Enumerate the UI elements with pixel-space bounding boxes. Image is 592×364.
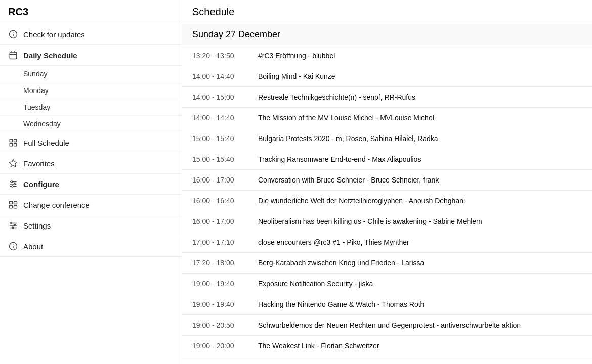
svg-rect-8 [14, 139, 17, 142]
schedule-title: Hacking the Nintendo Game & Watch - Thom… [258, 300, 424, 308]
sidebar-sub-item-tuesday[interactable]: Tuesday [0, 99, 182, 116]
sunday-label: Sunday [23, 70, 47, 78]
app-title: RC3 [0, 0, 182, 24]
tuesday-label: Tuesday [23, 103, 50, 111]
schedule-row[interactable]: 19:00 - 20:50Schwurbeldemos der Neuen Re… [182, 315, 592, 336]
schedule-title: Die wunderliche Welt der Netzteilhierogl… [258, 197, 465, 205]
schedule-row[interactable]: 13:20 - 13:50#rC3 Eröffnung - blubbel [182, 46, 592, 66]
schedule-time: 14:00 - 15:00 [192, 93, 248, 101]
info-icon [8, 29, 18, 39]
configure-label: Configure [23, 180, 59, 189]
sidebar-sub-item-sunday[interactable]: Sunday [0, 66, 182, 82]
schedule-title: close encounters @rc3 #1 - Piko, Thies M… [258, 238, 409, 246]
date-header: Sunday 27 December [182, 24, 592, 46]
schedule-time: 13:20 - 13:50 [192, 52, 248, 60]
main-panel: Schedule Sunday 27 December 13:20 - 13:5… [182, 0, 592, 364]
schedule-row[interactable]: 19:00 - 20:00The Weakest Link - Florian … [182, 336, 592, 356]
schedule-time: 16:00 - 17:00 [192, 176, 248, 184]
schedule-title: Berg-Karabach zwischen Krieg und Frieden… [258, 259, 424, 267]
schedule-time: 17:00 - 17:10 [192, 238, 248, 246]
schedule-title: The Weakest Link - Florian Schweitzer [258, 342, 379, 350]
schedule-time: 16:00 - 17:00 [192, 217, 248, 225]
grid-icon [8, 138, 18, 148]
check-updates-label: Check for updates [23, 30, 85, 39]
schedule-time: 17:20 - 18:00 [192, 259, 248, 267]
svg-point-17 [12, 186, 13, 187]
svg-rect-21 [14, 206, 17, 208]
schedule-row[interactable]: 16:00 - 17:00Neoliberalism has been kill… [182, 211, 592, 232]
daily-schedule-label: Daily Schedule [23, 51, 77, 60]
configure-section-header: Configure [0, 174, 182, 195]
schedule-row[interactable]: 14:00 - 14:40Boiling Mind - Kai Kunze [182, 66, 592, 87]
sidebar-item-favorites[interactable]: Favorites [0, 153, 182, 174]
svg-rect-7 [10, 139, 12, 142]
schedule-time: 19:00 - 20:00 [192, 342, 248, 350]
schedule-title: Boiling Mind - Kai Kunze [258, 72, 335, 80]
sidebar: RC3 Check for updates Daily Schedule Sun… [0, 0, 182, 364]
switch-icon [8, 200, 18, 210]
svg-rect-18 [10, 201, 13, 204]
schedule-title: Schwurbeldemos der Neuen Rechten und Geg… [258, 321, 521, 329]
svg-rect-19 [14, 201, 17, 204]
schedule-time: 15:00 - 15:40 [192, 155, 248, 163]
sidebar-item-settings[interactable]: Settings [0, 215, 182, 236]
favorites-label: Favorites [23, 159, 55, 168]
schedule-title: The Mission of the MV Louise Michel - MV… [258, 114, 434, 122]
schedule-time: 14:00 - 14:40 [192, 114, 248, 122]
calendar-icon [8, 50, 18, 60]
schedule-row[interactable]: 15:00 - 15:40Tracking Ransomware End-to-… [182, 149, 592, 170]
svg-point-15 [11, 181, 13, 183]
svg-point-26 [14, 225, 16, 226]
about-label: About [23, 242, 43, 251]
sliders-icon [8, 179, 18, 189]
schedule-time: 14:00 - 14:40 [192, 72, 248, 80]
schedule-title: Bulgaria Protests 2020 - m, Rosen, Sabin… [258, 134, 438, 143]
full-schedule-label: Full Schedule [23, 139, 69, 147]
schedule-row[interactable]: 17:00 - 17:10close encounters @rc3 #1 - … [182, 232, 592, 253]
schedule-time: 19:00 - 19:40 [192, 300, 248, 308]
schedule-title: #rC3 Eröffnung - blubbel [258, 52, 335, 60]
schedule-title: Neoliberalism has been killing us - Chil… [258, 217, 482, 225]
svg-rect-10 [14, 144, 17, 146]
schedule-title: Restreale Technikgeschichte(n) - senpf, … [258, 93, 415, 101]
schedule-title: Exposure Notification Security - jiska [258, 280, 373, 288]
schedule-time: 15:00 - 15:40 [192, 134, 248, 143]
sidebar-item-about[interactable]: About [0, 236, 182, 257]
svg-point-27 [12, 227, 14, 229]
schedule-row[interactable]: 16:00 - 17:00Conversation with Bruce Sch… [182, 170, 592, 191]
schedule-row[interactable]: 15:00 - 15:40Bulgaria Protests 2020 - m,… [182, 128, 592, 149]
sidebar-sub-item-wednesday[interactable]: Wednesday [0, 116, 182, 132]
sidebar-item-change-conference[interactable]: Change conference [0, 195, 182, 215]
schedule-row[interactable]: 14:00 - 15:00Restreale Technikgeschichte… [182, 87, 592, 108]
schedule-row[interactable]: 16:00 - 16:40Die wunderliche Welt der Ne… [182, 191, 592, 211]
svg-rect-3 [10, 52, 17, 59]
sidebar-sub-item-monday[interactable]: Monday [0, 82, 182, 99]
sidebar-item-check-updates[interactable]: Check for updates [0, 24, 182, 45]
sidebar-item-daily-schedule[interactable]: Daily Schedule [0, 45, 182, 66]
schedule-list: 13:20 - 13:50#rC3 Eröffnung - blubbel14:… [182, 46, 592, 364]
svg-rect-9 [10, 144, 12, 146]
settings-icon [8, 220, 18, 231]
svg-rect-20 [10, 206, 13, 208]
schedule-row[interactable]: 19:00 - 19:40Hacking the Nintendo Game &… [182, 294, 592, 315]
schedule-row[interactable]: 19:00 - 19:40Exposure Notification Secur… [182, 274, 592, 294]
schedule-row[interactable]: 17:20 - 18:00Berg-Karabach zwischen Krie… [182, 253, 592, 274]
monday-label: Monday [23, 86, 49, 95]
svg-point-25 [11, 222, 12, 224]
schedule-title: Conversation with Bruce Schneier - Bruce… [258, 176, 439, 184]
settings-label: Settings [23, 221, 51, 230]
about-icon [8, 241, 18, 251]
svg-marker-11 [10, 160, 17, 167]
change-conference-label: Change conference [23, 201, 90, 209]
schedule-time: 16:00 - 16:40 [192, 197, 248, 205]
sidebar-item-full-schedule[interactable]: Full Schedule [0, 132, 182, 153]
schedule-title: Tracking Ransomware End-to-end - Max Ali… [258, 155, 421, 163]
schedule-row[interactable]: 14:00 - 14:40The Mission of the MV Louis… [182, 108, 592, 128]
schedule-time: 19:00 - 19:40 [192, 280, 248, 288]
star-icon [8, 158, 18, 168]
schedule-time: 19:00 - 20:50 [192, 321, 248, 329]
svg-point-16 [14, 184, 16, 185]
wednesday-label: Wednesday [23, 120, 61, 128]
main-header: Schedule [182, 0, 592, 24]
